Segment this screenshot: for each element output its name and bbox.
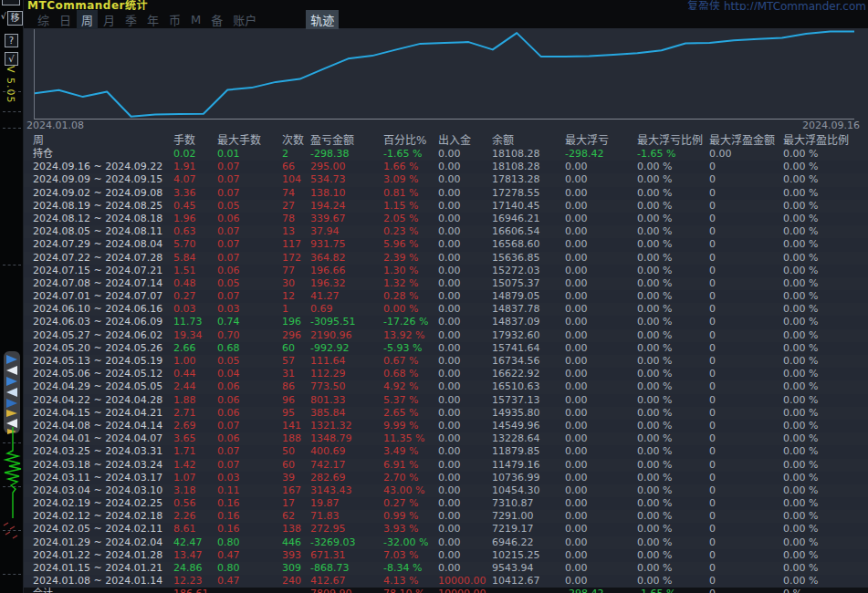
table-row[interactable]: 2024.07.29 ~ 2024.08.045.700.07117931.75… [24, 238, 868, 251]
table-cell: 0.00 [438, 342, 492, 355]
site-link[interactable]: 复盈侠 http://MTCommander.com [687, 0, 866, 10]
table-cell: 0.00 % [637, 394, 709, 407]
menu-item-M[interactable]: M [186, 12, 205, 27]
table-cell: 2 [282, 148, 310, 161]
table-row[interactable]: 2024.05.27 ~ 2024.06.0219.340.702962190.… [24, 329, 868, 342]
table-cell: 309 [282, 562, 310, 575]
menu-item-轨迹[interactable]: 轨迹 [306, 10, 339, 29]
table-cell: 0.03 [217, 303, 282, 316]
table-row[interactable]: 2024.05.06 ~ 2024.05.120.440.0431112.290… [24, 368, 868, 380]
table-row[interactable]: 2024.07.15 ~ 2024.07.211.510.0677196.661… [24, 265, 868, 277]
move-button[interactable]: 移 [7, 11, 23, 26]
table-row[interactable]: 2024.01.15 ~ 2024.01.2124.860.80309-868.… [24, 562, 868, 575]
table-row[interactable]: 2024.01.08 ~ 2024.01.1412.230.47240412.6… [24, 575, 868, 588]
table-cell: 1.30 % [383, 265, 438, 277]
help-button[interactable]: ? [5, 34, 18, 47]
table-row[interactable]: 2024.04.01 ~ 2024.04.073.650.061881348.7… [24, 432, 868, 445]
table-row[interactable]: 持仓0.020.012-298.38-1.65 %0.0018108.28-29… [24, 148, 868, 161]
divider [3, 91, 21, 92]
table-cell: 0.63 [173, 225, 217, 238]
table-cell: 0.00 [565, 200, 637, 213]
table-cell: 0.00 [565, 432, 637, 445]
table-row[interactable]: 2024.02.12 ~ 2024.02.182.260.166271.830.… [24, 510, 868, 523]
table-row[interactable]: 2024.02.05 ~ 2024.02.118.610.16138272.95… [24, 523, 868, 536]
table-row[interactable]: 2024.02.19 ~ 2024.02.250.560.161719.870.… [24, 497, 868, 510]
table-cell: 7310.87 [492, 497, 565, 510]
menu-item-季[interactable]: 季 [120, 10, 141, 29]
table-cell: 0.00 % [637, 510, 709, 523]
table-row[interactable]: 2024.08.19 ~ 2024.08.250.450.0527194.241… [24, 200, 868, 213]
table-cell: 0 [709, 472, 783, 484]
table-row[interactable]: 2024.03.11 ~ 2024.03.171.070.0339282.692… [24, 472, 868, 484]
table-cell: 0.00 [565, 213, 637, 225]
table-cell: 0.00 [438, 277, 492, 290]
table-cell: 0.00 % [783, 173, 868, 186]
table-row[interactable]: 2024.06.10 ~ 2024.06.160.030.0310.690.00… [24, 303, 868, 316]
menu-item-日[interactable]: 日 [55, 10, 76, 29]
menu-item-月[interactable]: 月 [99, 10, 120, 29]
menu-item-账户[interactable]: 账户 [228, 10, 261, 29]
table-cell: 0.06 [217, 213, 282, 225]
table-cell: 0.00 % [383, 303, 438, 316]
toolbar-top-button[interactable] [2, 0, 20, 5]
table-row-total[interactable]: 合计186.617809.9078.10 %10000.00-298.42-1.… [24, 588, 868, 593]
table-row[interactable]: 2024.09.02 ~ 2024.09.083.360.0774138.100… [24, 187, 868, 200]
table-cell: 0.00 % [783, 380, 868, 393]
menu-item-综[interactable]: 综 [33, 10, 54, 29]
table-cell: 19.34 [173, 329, 217, 342]
table-row[interactable]: 2024.07.01 ~ 2024.07.070.270.071241.270.… [24, 290, 868, 303]
table-cell: 0.00 [438, 161, 492, 173]
table-row[interactable]: 2024.05.13 ~ 2024.05.191.000.0557111.640… [24, 355, 868, 368]
table-cell: 2024.06.10 ~ 2024.06.16 [33, 303, 173, 316]
table-cell: 167 [282, 484, 310, 497]
table-cell: 2024.02.05 ~ 2024.02.11 [33, 523, 173, 536]
menu-item-备[interactable]: 备 [206, 10, 227, 29]
table-row[interactable]: 2024.01.29 ~ 2024.02.0442.470.80446-3269… [24, 536, 868, 549]
table-cell: 446 [282, 536, 310, 549]
table-cell: 0.00 [565, 290, 637, 303]
table-row[interactable]: 2024.05.20 ~ 2024.05.262.660.6860-992.92… [24, 342, 868, 355]
table-cell: 0.00 [565, 303, 637, 316]
table-cell: 0.00 % [783, 187, 868, 200]
menu-item-年[interactable]: 年 [142, 10, 163, 29]
table-row[interactable]: 2024.03.18 ~ 2024.03.241.420.0760742.176… [24, 459, 868, 472]
table-cell: 7.03 % [383, 549, 438, 562]
table-row[interactable]: 2024.07.08 ~ 2024.07.140.480.0530196.321… [24, 277, 868, 290]
table-row[interactable]: 2024.04.29 ~ 2024.05.052.440.0686773.504… [24, 380, 868, 393]
table-row[interactable]: 2024.01.22 ~ 2024.01.2813.470.47393671.3… [24, 549, 868, 562]
table-cell: 0 [709, 161, 783, 173]
table-cell: 0 [709, 329, 783, 342]
table-row[interactable]: 2024.04.22 ~ 2024.04.281.880.0696801.335… [24, 394, 868, 407]
table-cell: 2024.03.25 ~ 2024.03.31 [33, 445, 173, 458]
main-panel: MTCommander统计 复盈侠 http://MTCommander.com… [24, 0, 868, 593]
table-cell: 18108.28 [492, 161, 565, 173]
table-row[interactable]: 2024.06.03 ~ 2024.06.0911.730.74196-3095… [24, 316, 868, 328]
table-cell: 0.00 % [637, 472, 709, 484]
table-cell: 2024.05.13 ~ 2024.05.19 [33, 355, 173, 368]
table-cell: 0.00 % [783, 420, 868, 432]
table-row[interactable]: 2024.09.16 ~ 2024.09.221.910.0766295.001… [24, 161, 868, 173]
menu-item-币[interactable]: 币 [164, 10, 185, 29]
table-cell: 9543.94 [492, 562, 565, 575]
table-row[interactable]: 2024.08.05 ~ 2024.08.110.630.071337.940.… [24, 225, 868, 238]
table-cell: 0.00 % [783, 407, 868, 420]
table-cell: 0 [709, 432, 783, 445]
confirm-button[interactable]: √ [5, 52, 18, 66]
table-cell: 0.00 % [783, 277, 868, 290]
table-row[interactable]: 2024.04.08 ~ 2024.04.142.690.071411321.3… [24, 420, 868, 432]
table-cell: 0.00 [709, 148, 783, 161]
table-cell: -5.93 % [383, 342, 438, 355]
table-cell: 4.07 [173, 173, 217, 186]
table-cell: -1.65 % [637, 148, 709, 161]
table-cell: 0.00 % [783, 252, 868, 265]
table-row[interactable]: 2024.09.09 ~ 2024.09.154.070.07104534.73… [24, 173, 868, 186]
table-cell: 17 [282, 497, 310, 510]
menu-item-周[interactable]: 周 [77, 10, 98, 29]
table-row[interactable]: 2024.07.22 ~ 2024.07.285.840.07172364.82… [24, 252, 868, 265]
table-row[interactable]: 2024.03.04 ~ 2024.03.103.180.111673143.4… [24, 484, 868, 497]
table-row[interactable]: 2024.03.25 ~ 2024.03.311.710.0750400.693… [24, 445, 868, 458]
table-row[interactable]: 2024.08.12 ~ 2024.08.181.960.0678339.672… [24, 213, 868, 225]
table-cell: 0.00 [565, 445, 637, 458]
table-row[interactable]: 2024.04.15 ~ 2024.04.212.710.0695385.842… [24, 407, 868, 420]
table-cell: 0.48 [173, 277, 217, 290]
